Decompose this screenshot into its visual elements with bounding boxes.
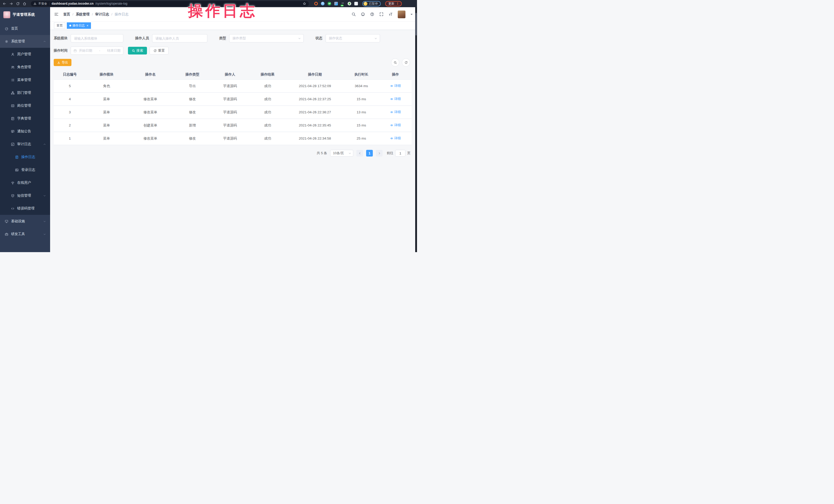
table-header-row: 日志编号操作模块操作名操作类型操作人操作结果操作日期执行时长操作 bbox=[54, 70, 412, 80]
extension-paused-group[interactable]: 已暂停 bbox=[362, 1, 381, 6]
breadcrumb-item[interactable]: 系统管理 bbox=[76, 12, 90, 17]
sidebar-item-operate-log[interactable]: 操作日志 bbox=[0, 151, 50, 163]
table-cell: 修改菜单 bbox=[127, 92, 174, 106]
github-icon[interactable] bbox=[361, 12, 365, 17]
sidebar-item-online-users[interactable]: 在线用户 bbox=[0, 176, 50, 189]
submenu-block: 用户管理角色管理菜单管理部门管理岗位管理字典管理通知公告审计日志操作日志登录日志… bbox=[0, 48, 50, 215]
export-button[interactable]: 导出 bbox=[54, 59, 71, 66]
table-cell: 2021-04-26 22:37:25 bbox=[286, 92, 344, 106]
detail-link[interactable]: 详细 bbox=[390, 110, 401, 114]
fullscreen-icon[interactable] bbox=[379, 12, 383, 17]
operator-input[interactable] bbox=[152, 34, 207, 42]
browser-back-icon[interactable] bbox=[3, 2, 6, 6]
detail-link[interactable]: 详细 bbox=[390, 84, 401, 88]
sidebar-item-infrastructure[interactable]: 基础设施 bbox=[0, 215, 50, 228]
sidebar-item-post-badge[interactable]: 岗位管理 bbox=[0, 99, 50, 112]
puzzle-extension-icon[interactable] bbox=[354, 2, 358, 5]
emoji-extension-icon bbox=[364, 2, 367, 6]
column-header: 操作模块 bbox=[86, 70, 127, 80]
leaf-extension-icon[interactable] bbox=[348, 2, 351, 5]
breadcrumb-item[interactable]: 首页 bbox=[63, 12, 70, 17]
refresh-table-button[interactable] bbox=[402, 58, 410, 67]
orange-ring-extension-icon[interactable] bbox=[314, 2, 318, 5]
green-check-extension-icon[interactable] bbox=[328, 2, 331, 5]
sidebar-item-error-code[interactable]: 错误码管理 bbox=[0, 202, 50, 215]
table-cell: 菜单 bbox=[86, 106, 127, 119]
scrollbar-thumb[interactable] bbox=[415, 13, 417, 36]
sidebar-item-roles[interactable]: 角色管理 bbox=[0, 61, 50, 73]
sidebar-item-gear[interactable]: 系统管理 bbox=[0, 35, 50, 48]
page-number-1[interactable]: 1 bbox=[366, 150, 373, 156]
sidebar-item-dictionary[interactable]: 字典管理 bbox=[0, 112, 50, 125]
page-scrollbar[interactable] bbox=[415, 7, 417, 252]
sidebar-item-department-tree[interactable]: 部门管理 bbox=[0, 86, 50, 99]
user-avatar[interactable] bbox=[398, 10, 405, 18]
tag-item[interactable]: 首页 bbox=[54, 22, 65, 29]
sidebar-item-label: 基础设施 bbox=[11, 219, 25, 224]
sidebar-item-user[interactable]: 用户管理 bbox=[0, 48, 50, 61]
operate-log-table: 日志编号操作模块操作名操作类型操作人操作结果操作日期执行时长操作 5角色导出芋道… bbox=[54, 70, 412, 145]
tag-active[interactable]: 操作日志× bbox=[67, 22, 91, 29]
switch-on-extension-icon[interactable]: on bbox=[341, 2, 345, 5]
page-size-value: 10条/页 bbox=[333, 151, 344, 155]
module-input[interactable] bbox=[71, 34, 123, 42]
font-size-icon[interactable] bbox=[389, 12, 393, 17]
page-size-select[interactable]: 10条/页 bbox=[330, 150, 353, 156]
end-date-placeholder: 结束日期 bbox=[107, 48, 120, 53]
column-header: 操作结果 bbox=[249, 70, 286, 80]
sidebar-item-sms-shield[interactable]: 短信管理 bbox=[0, 189, 50, 202]
detail-link-label: 详细 bbox=[394, 96, 401, 101]
export-button-label: 导出 bbox=[62, 60, 68, 65]
sidebar-item-dashboard[interactable]: 首页 bbox=[0, 22, 50, 35]
eye-icon bbox=[390, 84, 393, 88]
browser-reload-icon[interactable] bbox=[16, 2, 20, 6]
goto-page-input[interactable] bbox=[395, 150, 405, 156]
url-path: /system/log/operate-log bbox=[95, 2, 128, 5]
date-range-picker[interactable]: 开始日期 - 结束日期 bbox=[71, 46, 123, 55]
breadcrumb-item[interactable]: 审计日志 bbox=[95, 12, 109, 17]
address-bar[interactable]: 不安全 | dashboard.yudao.iocoder.cn /system… bbox=[31, 1, 309, 6]
close-icon[interactable]: × bbox=[87, 24, 88, 27]
tag-label: 操作日志 bbox=[72, 23, 85, 28]
toggle-search-button[interactable] bbox=[391, 58, 399, 67]
table-cell: 芋道源码 bbox=[211, 132, 249, 145]
status-select[interactable]: 操作状态 bbox=[326, 34, 380, 42]
detail-link[interactable]: 详细 bbox=[390, 136, 401, 140]
bookmark-star-icon[interactable] bbox=[303, 2, 306, 5]
type-select[interactable]: 操作类型 bbox=[229, 34, 304, 42]
avatar-caret-down-icon[interactable] bbox=[410, 13, 413, 16]
next-page-button[interactable] bbox=[376, 150, 382, 156]
table-cell: 1 bbox=[54, 132, 86, 145]
table-row: 1菜单修改菜单修改芋道源码成功2021-04-26 22:34:5825 ms详… bbox=[54, 132, 412, 145]
goto-label: 前往 bbox=[387, 151, 393, 155]
browser-menu-kebab-icon[interactable]: ⋮ bbox=[396, 2, 399, 5]
detail-link[interactable]: 详细 bbox=[390, 123, 401, 128]
operate-log-icon bbox=[15, 155, 19, 159]
table-cell: 菜单 bbox=[86, 92, 127, 106]
sidebar-item-login-log[interactable]: 登录日志 bbox=[0, 163, 50, 176]
help-icon[interactable] bbox=[370, 12, 374, 17]
chevron-down-icon bbox=[43, 220, 46, 223]
app-header: 首页/系统管理/审计日志/操作日志 bbox=[50, 7, 417, 22]
search-icon[interactable] bbox=[351, 12, 356, 17]
table-cell: 2 bbox=[54, 119, 86, 132]
browser-home-icon[interactable] bbox=[23, 2, 26, 6]
browser-update-button[interactable]: 更新 ⋮ bbox=[385, 1, 402, 6]
sidebar-item-announcement[interactable]: 通知公告 bbox=[0, 125, 50, 138]
sidebar-item-dev-tools[interactable]: 研发工具 bbox=[0, 228, 50, 241]
collapse-sidebar-icon[interactable] bbox=[54, 12, 59, 17]
sidebar-logo[interactable]: 芋道管理系统 bbox=[0, 7, 50, 22]
detail-link-label: 详细 bbox=[394, 123, 401, 128]
reset-button[interactable]: 重置 bbox=[150, 47, 169, 54]
search-button[interactable]: 搜索 bbox=[128, 47, 147, 54]
blue-drop-extension-icon[interactable] bbox=[321, 2, 325, 5]
grid-extension-icon[interactable] bbox=[334, 2, 338, 5]
sidebar-item-audit-log[interactable]: 审计日志 bbox=[0, 138, 50, 151]
browser-forward-icon[interactable] bbox=[9, 2, 13, 6]
dashboard-icon bbox=[5, 27, 8, 30]
detail-link[interactable]: 详细 bbox=[390, 96, 401, 101]
pagination: 共 5 条 10条/页 1 前往 页 bbox=[54, 150, 412, 156]
prev-page-button[interactable] bbox=[356, 150, 363, 156]
sidebar-item-menu-list[interactable]: 菜单管理 bbox=[0, 73, 50, 86]
chevron-right-icon bbox=[378, 152, 381, 155]
